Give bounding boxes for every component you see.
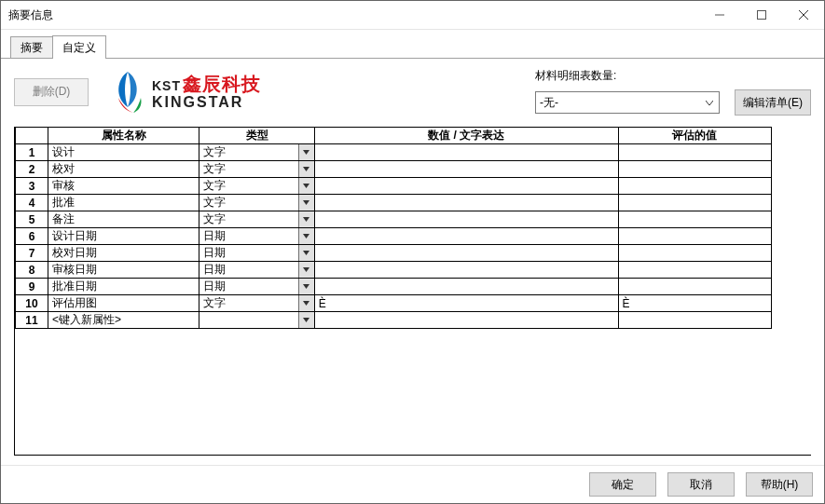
cell-type[interactable] [199, 312, 314, 329]
cell-expr[interactable] [314, 262, 618, 279]
cell-type[interactable]: 日期 [199, 262, 314, 279]
cell-type[interactable]: 文字 [199, 211, 314, 228]
cell-name[interactable]: 设计 [48, 144, 199, 161]
logo-en: KINGSTAR [152, 94, 261, 111]
cell-name-new[interactable]: <键入新属性> [48, 312, 199, 329]
tab-summary[interactable]: 摘要 [10, 36, 53, 58]
cell-name[interactable]: 设计日期 [48, 228, 199, 245]
col-header-eval[interactable]: 评估的值 [618, 128, 771, 144]
chevron-down-icon [298, 178, 314, 194]
cell-type[interactable]: 日期 [199, 245, 314, 262]
col-header-name[interactable]: 属性名称 [48, 128, 199, 144]
properties-grid[interactable]: 属性名称 类型 数值 / 文字表达 评估的值 1设计文字2校对文字3审核文字4批… [15, 127, 772, 329]
cell-type[interactable]: 文字 [199, 195, 314, 211]
cell-eval[interactable] [618, 312, 771, 329]
svg-marker-11 [303, 267, 309, 272]
cell-expr[interactable]: È [314, 295, 618, 312]
table-row[interactable]: 10评估用图文字ÈÈ [16, 295, 772, 312]
cell-type[interactable]: 文字 [199, 161, 314, 178]
grid-header-row: 属性名称 类型 数值 / 文字表达 评估的值 [16, 128, 772, 144]
table-row[interactable]: 6设计日期日期 [16, 228, 772, 245]
cell-name[interactable]: 备注 [48, 211, 199, 228]
col-header-expr[interactable]: 数值 / 文字表达 [314, 128, 618, 144]
bom-controls: 材料明细表数量: -无- 编辑清单(E) [535, 68, 811, 116]
cell-expr[interactable] [314, 279, 618, 295]
maximize-icon [757, 10, 766, 20]
logo-text: KST 鑫辰科技 KINGSTAR [152, 74, 261, 111]
cell-expr[interactable] [314, 161, 618, 178]
chevron-down-icon [298, 228, 314, 244]
cell-expr[interactable] [314, 178, 618, 195]
delete-button[interactable]: 删除(D) [14, 78, 89, 106]
cell-name[interactable]: 审核 [48, 178, 199, 195]
cell-eval[interactable] [618, 245, 771, 262]
cell-eval[interactable] [618, 195, 771, 211]
tab-custom[interactable]: 自定义 [52, 35, 106, 59]
cell-eval[interactable] [618, 228, 771, 245]
grid-corner [16, 128, 48, 144]
row-number: 4 [16, 195, 48, 211]
svg-marker-9 [303, 234, 309, 238]
toolbar-row: 删除(D) KST 鑫辰科技 KINGSTAR 材 [14, 68, 811, 116]
cell-name[interactable]: 批准日期 [48, 279, 199, 295]
cell-name[interactable]: 校对日期 [48, 245, 199, 262]
chevron-down-icon [298, 161, 314, 177]
cell-eval[interactable] [618, 262, 771, 279]
minimize-button[interactable] [698, 1, 740, 29]
chevron-down-icon [706, 96, 713, 109]
maximize-button[interactable] [740, 1, 782, 29]
svg-marker-8 [303, 217, 309, 222]
cell-name[interactable]: 批准 [48, 195, 199, 211]
cell-eval[interactable] [618, 161, 771, 178]
cell-eval[interactable]: È [618, 295, 771, 312]
table-row-new[interactable]: 11<键入新属性> [16, 312, 772, 329]
cell-expr[interactable] [314, 245, 618, 262]
table-row[interactable]: 4批准文字 [16, 195, 772, 211]
cell-eval[interactable] [618, 144, 771, 161]
cell-expr[interactable] [314, 211, 618, 228]
close-button[interactable] [782, 1, 824, 29]
table-row[interactable]: 5备注文字 [16, 211, 772, 228]
cell-eval[interactable] [618, 211, 771, 228]
bom-label: 材料明细表数量: [535, 68, 811, 84]
table-row[interactable]: 8审核日期日期 [16, 262, 772, 279]
content-area: 删除(D) KST 鑫辰科技 KINGSTAR 材 [1, 59, 824, 465]
logo-icon [107, 70, 148, 115]
bom-combo-value: -无- [540, 95, 558, 111]
table-row[interactable]: 9批准日期日期 [16, 279, 772, 295]
table-row[interactable]: 3审核文字 [16, 178, 772, 195]
cell-eval[interactable] [618, 178, 771, 195]
bom-combo[interactable]: -无- [535, 91, 720, 114]
svg-marker-5 [303, 167, 309, 171]
logo-cn: 鑫辰科技 [183, 74, 261, 94]
row-number: 1 [16, 144, 48, 161]
ok-button[interactable]: 确定 [589, 472, 656, 497]
svg-marker-4 [303, 150, 309, 155]
cell-type[interactable]: 文字 [199, 178, 314, 195]
cell-name[interactable]: 审核日期 [48, 262, 199, 279]
cell-name[interactable]: 校对 [48, 161, 199, 178]
cell-expr[interactable] [314, 228, 618, 245]
help-button[interactable]: 帮助(H) [746, 472, 813, 497]
table-row[interactable]: 7校对日期日期 [16, 245, 772, 262]
edit-list-button[interactable]: 编辑清单(E) [735, 89, 811, 116]
chevron-down-icon [298, 262, 314, 278]
table-row[interactable]: 2校对文字 [16, 161, 772, 178]
cell-type[interactable]: 日期 [199, 279, 314, 295]
svg-marker-14 [303, 318, 309, 322]
cell-type[interactable]: 文字 [199, 144, 314, 161]
table-row[interactable]: 1设计文字 [16, 144, 772, 161]
cell-type[interactable]: 文字 [199, 295, 314, 312]
cell-expr[interactable] [314, 195, 618, 211]
cell-type[interactable]: 日期 [199, 228, 314, 245]
cancel-button[interactable]: 取消 [667, 472, 735, 497]
cell-expr[interactable] [314, 144, 618, 161]
chevron-down-icon [298, 195, 314, 211]
window: 摘要信息 摘要 自定义 删除(D) [0, 0, 825, 504]
cell-eval[interactable] [618, 279, 771, 295]
cell-expr[interactable] [314, 312, 618, 329]
close-icon [799, 10, 808, 20]
col-header-type[interactable]: 类型 [199, 128, 314, 144]
cell-name[interactable]: 评估用图 [48, 295, 199, 312]
row-number: 10 [16, 295, 48, 312]
